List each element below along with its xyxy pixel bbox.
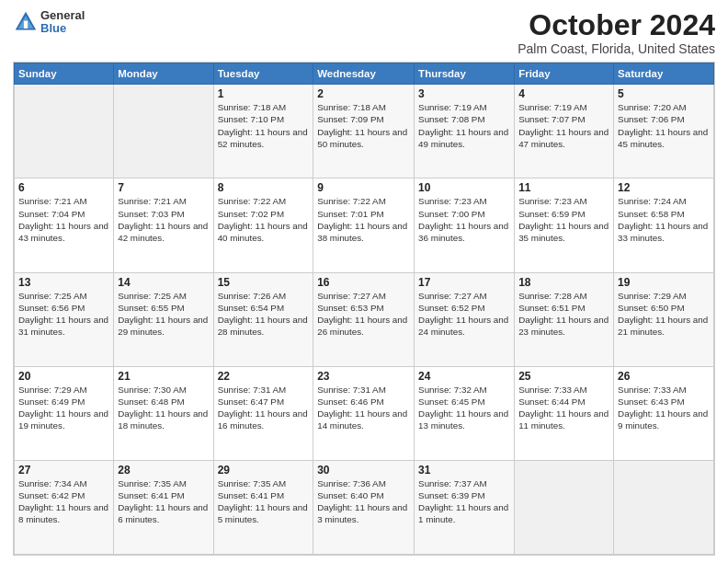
day-info: Sunrise: 7:27 AM Sunset: 6:52 PM Dayligh… [418, 290, 510, 339]
calendar-cell: 1Sunrise: 7:18 AM Sunset: 7:10 PM Daylig… [213, 85, 313, 178]
day-number: 18 [518, 276, 609, 289]
col-friday: Friday [515, 63, 614, 85]
logo-text: General Blue [40, 9, 85, 36]
col-tuesday: Tuesday [213, 63, 313, 85]
logo-icon [13, 9, 39, 35]
calendar-cell: 18Sunrise: 7:28 AM Sunset: 6:51 PM Dayli… [515, 272, 614, 366]
col-monday: Monday [114, 63, 213, 85]
day-info: Sunrise: 7:37 AM Sunset: 6:39 PM Dayligh… [418, 477, 510, 526]
day-number: 5 [618, 87, 710, 100]
day-info: Sunrise: 7:23 AM Sunset: 6:59 PM Dayligh… [518, 195, 609, 244]
day-number: 19 [618, 276, 710, 289]
page: General Blue October 2024 Palm Coast, Fl… [0, 0, 728, 563]
day-number: 3 [418, 87, 510, 100]
calendar-cell: 22Sunrise: 7:31 AM Sunset: 6:47 PM Dayli… [213, 366, 313, 460]
col-saturday: Saturday [614, 63, 714, 85]
svg-rect-2 [24, 21, 28, 29]
day-info: Sunrise: 7:21 AM Sunset: 7:03 PM Dayligh… [118, 195, 209, 244]
day-number: 9 [317, 181, 410, 194]
day-info: Sunrise: 7:29 AM Sunset: 6:49 PM Dayligh… [18, 384, 109, 432]
day-number: 17 [418, 276, 510, 289]
day-number: 31 [418, 464, 510, 477]
day-info: Sunrise: 7:33 AM Sunset: 6:43 PM Dayligh… [618, 384, 710, 432]
header-row: Sunday Monday Tuesday Wednesday Thursday… [15, 63, 714, 85]
day-number: 27 [18, 464, 109, 477]
calendar-week-1: 1Sunrise: 7:18 AM Sunset: 7:10 PM Daylig… [15, 85, 714, 178]
calendar-cell: 30Sunrise: 7:36 AM Sunset: 6:40 PM Dayli… [313, 460, 415, 554]
day-number: 6 [18, 181, 109, 194]
day-number: 1 [218, 87, 310, 100]
day-number: 20 [18, 370, 109, 383]
day-number: 25 [518, 370, 609, 383]
calendar-week-4: 20Sunrise: 7:29 AM Sunset: 6:49 PM Dayli… [15, 366, 714, 460]
calendar-cell: 9Sunrise: 7:22 AM Sunset: 7:01 PM Daylig… [313, 178, 415, 272]
calendar-week-3: 13Sunrise: 7:25 AM Sunset: 6:56 PM Dayli… [15, 272, 714, 366]
calendar-cell: 10Sunrise: 7:23 AM Sunset: 7:00 PM Dayli… [415, 178, 515, 272]
calendar: Sunday Monday Tuesday Wednesday Thursday… [13, 62, 715, 556]
day-number: 30 [317, 464, 410, 477]
day-info: Sunrise: 7:35 AM Sunset: 6:41 PM Dayligh… [118, 477, 209, 526]
day-number: 14 [118, 276, 209, 289]
calendar-cell: 28Sunrise: 7:35 AM Sunset: 6:41 PM Dayli… [114, 460, 213, 554]
col-sunday: Sunday [15, 63, 114, 85]
calendar-cell: 12Sunrise: 7:24 AM Sunset: 6:58 PM Dayli… [614, 178, 714, 272]
calendar-cell: 15Sunrise: 7:26 AM Sunset: 6:54 PM Dayli… [213, 272, 313, 366]
calendar-cell: 6Sunrise: 7:21 AM Sunset: 7:04 PM Daylig… [15, 178, 114, 272]
calendar-cell: 24Sunrise: 7:32 AM Sunset: 6:45 PM Dayli… [415, 366, 515, 460]
calendar-cell: 26Sunrise: 7:33 AM Sunset: 6:43 PM Dayli… [614, 366, 714, 460]
calendar-cell [15, 85, 114, 178]
day-info: Sunrise: 7:26 AM Sunset: 6:54 PM Dayligh… [218, 290, 310, 339]
day-info: Sunrise: 7:18 AM Sunset: 7:09 PM Dayligh… [317, 101, 410, 150]
calendar-cell: 21Sunrise: 7:30 AM Sunset: 6:48 PM Dayli… [114, 366, 213, 460]
calendar-cell: 4Sunrise: 7:19 AM Sunset: 7:07 PM Daylig… [515, 85, 614, 178]
logo-blue: Blue [40, 22, 85, 35]
calendar-cell: 16Sunrise: 7:27 AM Sunset: 6:53 PM Dayli… [313, 272, 415, 366]
calendar-cell [614, 460, 714, 554]
day-info: Sunrise: 7:19 AM Sunset: 7:08 PM Dayligh… [418, 101, 510, 150]
day-number: 13 [18, 276, 109, 289]
logo: General Blue [13, 9, 85, 36]
day-number: 2 [317, 87, 410, 100]
day-number: 8 [218, 181, 310, 194]
day-number: 29 [218, 464, 310, 477]
day-number: 12 [618, 181, 710, 194]
day-info: Sunrise: 7:29 AM Sunset: 6:50 PM Dayligh… [618, 290, 710, 339]
calendar-cell: 11Sunrise: 7:23 AM Sunset: 6:59 PM Dayli… [515, 178, 614, 272]
calendar-cell: 17Sunrise: 7:27 AM Sunset: 6:52 PM Dayli… [415, 272, 515, 366]
day-info: Sunrise: 7:33 AM Sunset: 6:44 PM Dayligh… [518, 384, 609, 432]
day-info: Sunrise: 7:31 AM Sunset: 6:47 PM Dayligh… [218, 384, 310, 432]
day-number: 21 [118, 370, 209, 383]
calendar-header: Sunday Monday Tuesday Wednesday Thursday… [15, 63, 714, 85]
calendar-cell: 19Sunrise: 7:29 AM Sunset: 6:50 PM Dayli… [614, 272, 714, 366]
day-number: 7 [118, 181, 209, 194]
calendar-cell: 3Sunrise: 7:19 AM Sunset: 7:08 PM Daylig… [415, 85, 515, 178]
day-info: Sunrise: 7:19 AM Sunset: 7:07 PM Dayligh… [518, 101, 609, 150]
day-info: Sunrise: 7:25 AM Sunset: 6:56 PM Dayligh… [18, 290, 109, 339]
day-info: Sunrise: 7:22 AM Sunset: 7:01 PM Dayligh… [317, 195, 410, 244]
day-info: Sunrise: 7:30 AM Sunset: 6:48 PM Dayligh… [118, 384, 209, 432]
day-info: Sunrise: 7:22 AM Sunset: 7:02 PM Dayligh… [218, 195, 310, 244]
calendar-cell: 20Sunrise: 7:29 AM Sunset: 6:49 PM Dayli… [15, 366, 114, 460]
day-info: Sunrise: 7:27 AM Sunset: 6:53 PM Dayligh… [317, 290, 410, 339]
day-number: 4 [518, 87, 609, 100]
calendar-week-5: 27Sunrise: 7:34 AM Sunset: 6:42 PM Dayli… [15, 460, 714, 554]
day-info: Sunrise: 7:32 AM Sunset: 6:45 PM Dayligh… [418, 384, 510, 432]
day-number: 28 [118, 464, 209, 477]
col-wednesday: Wednesday [313, 63, 415, 85]
calendar-body: 1Sunrise: 7:18 AM Sunset: 7:10 PM Daylig… [15, 85, 714, 555]
day-info: Sunrise: 7:23 AM Sunset: 7:00 PM Dayligh… [418, 195, 510, 244]
calendar-cell: 13Sunrise: 7:25 AM Sunset: 6:56 PM Dayli… [15, 272, 114, 366]
calendar-cell: 2Sunrise: 7:18 AM Sunset: 7:09 PM Daylig… [313, 85, 415, 178]
calendar-table: Sunday Monday Tuesday Wednesday Thursday… [14, 63, 714, 555]
day-number: 26 [618, 370, 710, 383]
page-title: October 2024 [518, 9, 715, 41]
title-block: October 2024 Palm Coast, Florida, United… [518, 9, 715, 56]
calendar-cell: 7Sunrise: 7:21 AM Sunset: 7:03 PM Daylig… [114, 178, 213, 272]
logo-general: General [40, 9, 85, 22]
calendar-cell: 5Sunrise: 7:20 AM Sunset: 7:06 PM Daylig… [614, 85, 714, 178]
calendar-cell: 23Sunrise: 7:31 AM Sunset: 6:46 PM Dayli… [313, 366, 415, 460]
calendar-cell: 31Sunrise: 7:37 AM Sunset: 6:39 PM Dayli… [415, 460, 515, 554]
calendar-week-2: 6Sunrise: 7:21 AM Sunset: 7:04 PM Daylig… [15, 178, 714, 272]
day-info: Sunrise: 7:28 AM Sunset: 6:51 PM Dayligh… [518, 290, 609, 339]
day-info: Sunrise: 7:35 AM Sunset: 6:41 PM Dayligh… [218, 477, 310, 526]
